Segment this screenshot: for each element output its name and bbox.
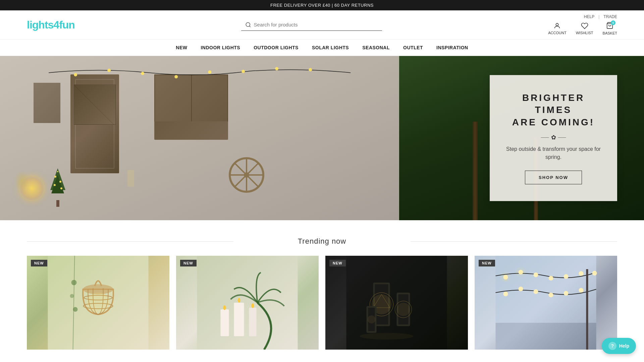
account-icon — [553, 22, 561, 29]
svg-point-2 — [556, 23, 558, 26]
svg-rect-38 — [249, 308, 257, 336]
svg-point-74 — [501, 272, 511, 282]
wishlist-action[interactable]: WISHLIST — [576, 22, 593, 35]
svg-point-10 — [275, 67, 278, 70]
svg-point-70 — [549, 293, 553, 297]
svg-point-41 — [252, 303, 254, 308]
help-button[interactable]: ? Help — [602, 338, 636, 354]
svg-rect-35 — [197, 256, 298, 350]
basket-label: BASKET — [603, 31, 617, 35]
nav-item-seasonal[interactable]: SEASONAL — [362, 45, 390, 50]
nav-item-outdoor[interactable]: OUTDOOR LIGHTS — [254, 45, 299, 50]
svg-point-67 — [503, 292, 508, 296]
product-image-2 — [176, 256, 319, 350]
trending-header: Trending now — [27, 237, 617, 246]
svg-point-63 — [549, 276, 553, 281]
svg-point-23 — [54, 184, 56, 186]
svg-point-51 — [397, 303, 410, 316]
svg-point-4 — [74, 73, 77, 76]
search-icon — [245, 22, 251, 28]
product-card-3[interactable]: NEW — [325, 256, 468, 350]
svg-point-68 — [519, 287, 523, 291]
shop-now-button[interactable]: SHOP NOW — [525, 171, 582, 184]
hero-section: BRIGHTER TIMES ARE COMING! ✿ Step outsid… — [0, 56, 644, 220]
svg-point-7 — [174, 75, 178, 78]
svg-point-65 — [579, 271, 584, 276]
product-badge-2: NEW — [180, 260, 197, 266]
header-right: HELP | TRADE ACCOUNT WISHLIST — [548, 14, 617, 35]
trade-link[interactable]: TRADE — [603, 14, 617, 19]
svg-point-62 — [534, 273, 538, 277]
svg-rect-18 — [56, 200, 59, 207]
wishlist-label: WISHLIST — [576, 31, 593, 35]
top-banner: FREE DELIVERY OVER £40 | 60 DAY RETURNS — [0, 0, 644, 10]
svg-point-9 — [241, 70, 245, 73]
svg-point-64 — [564, 274, 569, 279]
heart-icon — [581, 22, 588, 29]
product-badge-3: NEW — [329, 260, 346, 266]
product-image-1 — [27, 256, 169, 350]
svg-point-39 — [223, 305, 226, 310]
svg-point-69 — [534, 289, 538, 294]
svg-point-5 — [107, 69, 111, 72]
product-image-4 — [475, 256, 617, 350]
svg-point-33 — [70, 294, 74, 298]
product-card-1[interactable]: NEW — [27, 256, 169, 350]
promo-headline: BRIGHTER TIMES ARE COMING! — [503, 92, 604, 128]
banner-text: FREE DELIVERY OVER £40 | 60 DAY RETURNS — [270, 3, 374, 8]
product-image-3 — [325, 256, 468, 350]
svg-point-75 — [516, 267, 526, 277]
svg-line-1 — [249, 26, 250, 27]
basket-action[interactable]: 0 BASKET — [603, 22, 617, 35]
promo-card: BRIGHTER TIMES ARE COMING! ✿ Step outsid… — [490, 75, 617, 201]
orb-glow — [15, 172, 29, 190]
nav-item-inspiration[interactable]: INSPIRATION — [436, 45, 468, 50]
help-label: Help — [619, 343, 629, 349]
header-top-links: HELP | TRADE — [548, 14, 617, 19]
help-icon: ? — [608, 342, 616, 350]
svg-point-40 — [238, 298, 240, 303]
help-link[interactable]: HELP — [584, 14, 594, 19]
svg-point-34 — [73, 307, 78, 312]
svg-point-21 — [54, 176, 56, 178]
trending-title: Trending now — [27, 237, 617, 246]
divider: | — [598, 14, 599, 19]
product-badge-4: NEW — [479, 260, 495, 266]
header-actions: ACCOUNT WISHLIST 0 — [548, 22, 617, 35]
svg-point-72 — [579, 288, 584, 293]
product-card-4[interactable]: NEW — [475, 256, 617, 350]
trending-section: Trending now — [0, 220, 644, 360]
lighted-tree — [49, 167, 67, 207]
lights-string — [0, 66, 399, 93]
svg-point-6 — [141, 72, 144, 75]
promo-divider: ✿ — [503, 134, 604, 141]
nav-item-new[interactable]: NEW — [176, 45, 187, 50]
header: lights4fun HELP | TRADE ACCOUNT — [0, 10, 644, 40]
product-badge-1: NEW — [31, 260, 47, 266]
svg-rect-58 — [496, 323, 596, 350]
search-input[interactable] — [254, 22, 378, 27]
product-grid: NEW — [27, 256, 617, 350]
svg-point-32 — [71, 280, 77, 285]
svg-point-66 — [592, 271, 597, 276]
svg-point-11 — [309, 68, 312, 71]
nav-item-outlet[interactable]: OUTLET — [403, 45, 423, 50]
main-nav: NEW INDOOR LIGHTS OUTDOOR LIGHTS SOLAR L… — [0, 40, 644, 56]
promo-subtext: Step outside & transform your space for … — [503, 145, 604, 161]
svg-point-0 — [246, 22, 250, 26]
nav-item-solar[interactable]: SOLAR LIGHTS — [312, 45, 349, 50]
logo[interactable]: lights4fun — [27, 19, 75, 31]
svg-rect-73 — [586, 269, 588, 350]
svg-point-30 — [87, 293, 110, 313]
nav-item-indoor[interactable]: INDOOR LIGHTS — [201, 45, 240, 50]
svg-point-55 — [360, 333, 414, 340]
product-card-2[interactable]: NEW — [176, 256, 319, 350]
svg-point-22 — [59, 181, 61, 183]
svg-point-71 — [564, 291, 569, 296]
svg-point-8 — [208, 70, 211, 74]
candle-1 — [127, 170, 134, 187]
search-bar — [241, 19, 382, 31]
wheel-decor — [228, 157, 265, 193]
account-action[interactable]: ACCOUNT — [548, 22, 566, 35]
svg-point-24 — [60, 187, 62, 189]
